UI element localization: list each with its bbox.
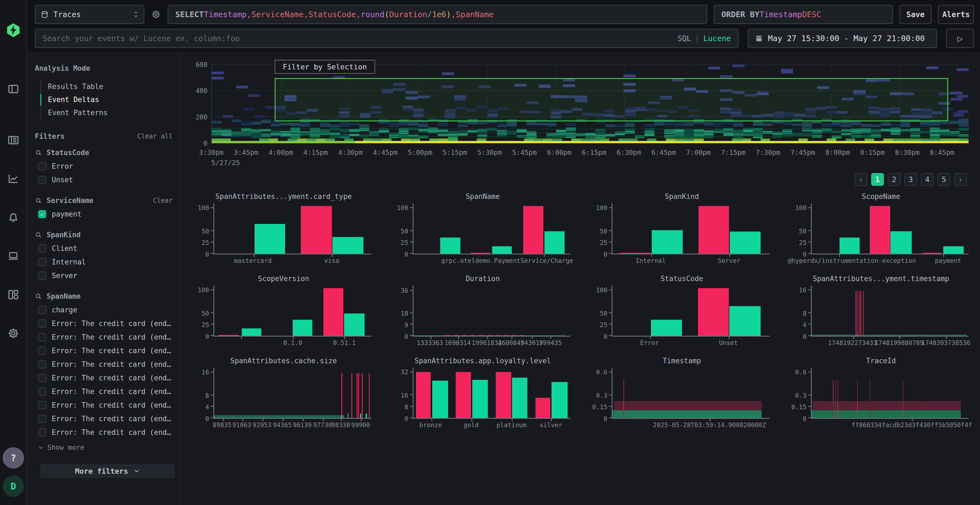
- save-button[interactable]: Save: [899, 5, 932, 24]
- filter-option[interactable]: Error: [35, 162, 174, 170]
- pagination-page-button[interactable]: 2: [888, 173, 900, 186]
- heatmap-cell: [920, 131, 930, 133]
- checkbox[interactable]: [38, 360, 46, 368]
- heatmap-cell: [533, 138, 543, 141]
- filter-by-selection-tooltip[interactable]: Filter by Selection: [275, 60, 375, 74]
- select-query-input[interactable]: SELECT Timestamp,ServiceName,StatusCode,…: [168, 5, 707, 24]
- selection-rectangle[interactable]: [275, 78, 948, 121]
- filter-option[interactable]: Error: The credit card (end…: [35, 428, 174, 437]
- filter-option[interactable]: Unset: [35, 176, 174, 184]
- analysis-mode-item[interactable]: Event Patterns: [41, 106, 174, 119]
- checkbox[interactable]: [38, 428, 46, 437]
- alerts-bell-icon[interactable]: [7, 211, 20, 224]
- chart-plot[interactable]: [811, 203, 969, 254]
- avatar[interactable]: D: [3, 476, 24, 497]
- checkbox[interactable]: [38, 387, 46, 395]
- client-sessions-icon[interactable]: [7, 250, 20, 262]
- source-select[interactable]: Traces: [35, 5, 144, 24]
- filter-option[interactable]: Server: [35, 272, 174, 280]
- chart-plot[interactable]: [213, 203, 371, 254]
- chart-title: SpanAttributes...yment.timestamp: [794, 275, 969, 284]
- filter-option[interactable]: Error: The credit card (end…: [35, 347, 174, 355]
- clear-all-link[interactable]: Clear all: [137, 132, 173, 140]
- checkbox[interactable]: [38, 414, 46, 423]
- chart-plot[interactable]: [612, 368, 770, 419]
- checkbox[interactable]: [38, 347, 46, 355]
- checkbox[interactable]: [38, 319, 46, 327]
- y-tick-label: 0.15: [592, 403, 607, 411]
- filter-option[interactable]: Client: [35, 245, 174, 252]
- filter-option[interactable]: Error: The credit card (end…: [35, 401, 174, 409]
- heatmap-cell: [418, 124, 428, 127]
- lang-toggle-sql[interactable]: SQL: [677, 34, 691, 43]
- x-tick-label: 91063: [232, 421, 251, 429]
- pagination-page-button[interactable]: 1: [871, 173, 884, 186]
- chart-plot[interactable]: [612, 203, 770, 254]
- pagination-next-button[interactable]: ›: [954, 173, 967, 186]
- pagination-page-button[interactable]: 3: [904, 173, 917, 186]
- help-button[interactable]: ?: [3, 447, 24, 468]
- lang-toggle-lucene[interactable]: Lucene: [703, 34, 731, 43]
- chart-plot[interactable]: [811, 368, 969, 419]
- checkbox[interactable]: [38, 272, 46, 280]
- pagination-page-button[interactable]: 5: [937, 173, 950, 186]
- filter-option[interactable]: Error: The credit card (end…: [35, 414, 174, 423]
- checkbox[interactable]: ✓: [38, 210, 46, 218]
- filter-clear-link[interactable]: Clear: [153, 197, 173, 204]
- dashboards-icon[interactable]: [7, 288, 20, 301]
- events-heatmap[interactable]: Filter by Selection: [211, 62, 969, 144]
- show-more-link[interactable]: Show more: [38, 443, 174, 451]
- chart-plot[interactable]: [213, 286, 371, 337]
- hyperdx-logo-icon[interactable]: [5, 22, 21, 38]
- filter-option[interactable]: Error: The credit card (end…: [35, 387, 174, 395]
- pagination-prev-button[interactable]: ‹: [854, 173, 867, 186]
- y-tick-label: 4: [803, 321, 807, 329]
- filter-option[interactable]: Error: The credit card (end…: [35, 360, 174, 368]
- panel-toggle-icon[interactable]: [7, 83, 20, 95]
- filter-option[interactable]: charge: [35, 306, 174, 314]
- checkbox[interactable]: [38, 306, 46, 314]
- settings-gear-icon[interactable]: [7, 327, 20, 340]
- filter-option[interactable]: Internal: [35, 258, 174, 266]
- checkbox[interactable]: [38, 162, 46, 170]
- x-tick-mark: [544, 254, 545, 257]
- y-tick-label: 25: [202, 239, 209, 246]
- source-settings-gear-icon[interactable]: [151, 5, 161, 24]
- heatmap-x-tick-label: 4:45pm: [373, 149, 398, 156]
- more-filters-button[interactable]: More filters: [40, 464, 175, 478]
- chart-plot[interactable]: [413, 203, 571, 254]
- checkbox[interactable]: [38, 374, 46, 382]
- checkbox[interactable]: [38, 245, 46, 252]
- x-tick-mark: [512, 336, 512, 339]
- chart-plot[interactable]: [213, 368, 371, 419]
- checkbox[interactable]: [38, 333, 46, 341]
- filter-option[interactable]: Error: The credit card (end…: [35, 374, 174, 382]
- chart-explorer-icon[interactable]: [7, 173, 20, 185]
- x-tick-mark: [943, 254, 944, 257]
- search-input[interactable]: Search your events w/ Lucene ex. column:…: [35, 29, 738, 48]
- chart-plot[interactable]: [612, 286, 770, 337]
- run-query-button[interactable]: ▷: [946, 29, 974, 48]
- filter-option[interactable]: Error: The credit card (end…: [35, 333, 174, 341]
- heatmap-cell: [241, 121, 251, 124]
- filter-option[interactable]: Error: The credit card (end…: [35, 319, 174, 327]
- time-range-picker[interactable]: May 27 15:30:00 - May 27 21:00:00: [748, 29, 937, 48]
- y-tick-label: 25: [600, 321, 607, 329]
- chart-bar: [943, 246, 963, 254]
- filter-option[interactable]: ✓payment: [35, 210, 174, 218]
- chart-plot[interactable]: [413, 368, 571, 419]
- pagination-page-button[interactable]: 4: [921, 173, 934, 186]
- checkbox[interactable]: [38, 176, 46, 184]
- analysis-mode-item[interactable]: Results Table: [41, 80, 174, 93]
- y-tick-mark: [211, 324, 214, 325]
- checkbox[interactable]: [38, 401, 46, 409]
- search-logs-icon[interactable]: [7, 134, 20, 146]
- heatmap-cell: [881, 123, 891, 126]
- analysis-mode-item[interactable]: Event Deltas: [41, 93, 174, 106]
- chart-plot[interactable]: [811, 286, 969, 337]
- alerts-button[interactable]: Alerts: [938, 5, 974, 24]
- heatmap-cell: [842, 129, 851, 132]
- checkbox[interactable]: [38, 258, 46, 266]
- order-by-input[interactable]: ORDER BY Timestamp DESC: [714, 5, 893, 24]
- chart-plot[interactable]: [413, 286, 571, 337]
